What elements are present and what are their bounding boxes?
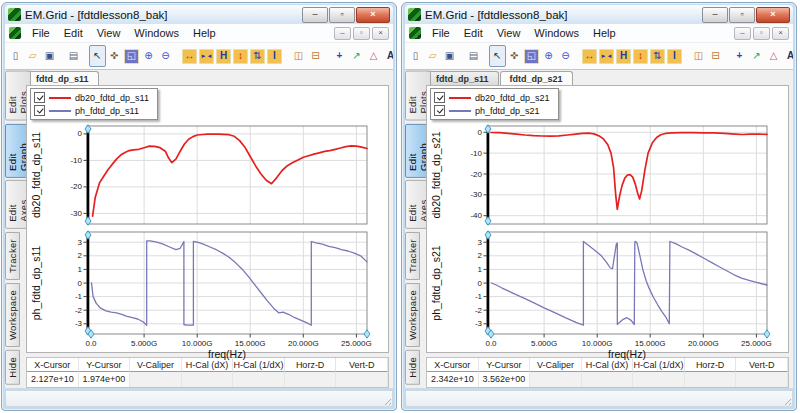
maximize-button[interactable]: ▫ <box>329 7 355 23</box>
fit-y-axis-button[interactable]: I <box>266 45 283 67</box>
delta-caliper-button[interactable]: △ <box>365 45 382 67</box>
axes-tracker-button[interactable]: ↗ <box>748 45 765 67</box>
print-button[interactable]: ▤ <box>465 45 482 67</box>
zoom-full-button[interactable]: ◱ <box>123 45 140 67</box>
legend-checkbox[interactable] <box>34 92 45 103</box>
cursor-value: 2.127e+10 <box>27 372 79 387</box>
cursor-value <box>130 372 182 387</box>
minimize-button[interactable]: – <box>702 7 728 23</box>
mdi-minimize-button[interactable]: – <box>334 27 351 40</box>
delta-caliper-icon: △ <box>767 50 780 63</box>
resize-grip-icon[interactable] <box>782 396 791 405</box>
text-annotation-button[interactable]: A <box>382 45 393 67</box>
shrink-x-axis-button[interactable]: ►◄ <box>598 45 615 67</box>
mdi-restore-button[interactable]: ▫ <box>353 27 370 40</box>
axes-tracker-button[interactable]: ↗ <box>348 45 365 67</box>
open-file-button[interactable]: ▱ <box>424 45 441 67</box>
legend-checkbox[interactable] <box>34 105 45 116</box>
sidebar-item-workspace[interactable]: Workspace <box>405 283 420 347</box>
expand-x-axis-button[interactable]: ↔ <box>181 45 198 67</box>
text-annotation-button[interactable]: A <box>782 45 793 67</box>
svg-text:-2: -2 <box>75 306 83 315</box>
menu-windows[interactable]: Windows <box>527 26 586 40</box>
zoom-out-button[interactable]: ⊖ <box>557 45 574 67</box>
menu-view[interactable]: View <box>490 26 528 40</box>
split-rows-button[interactable]: ⊟ <box>307 45 324 67</box>
menu-file[interactable]: File <box>25 26 57 40</box>
fit-y-axis-button[interactable]: I <box>666 45 683 67</box>
pan-hand-button[interactable]: ✜ <box>506 45 523 67</box>
split-columns-button[interactable]: ◫ <box>290 45 307 67</box>
resize-grip-icon[interactable] <box>382 396 391 405</box>
close-button[interactable]: × <box>756 7 790 23</box>
svg-text:db20_fdtd_dp_s21: db20_fdtd_dp_s21 <box>430 132 442 219</box>
menu-help[interactable]: Help <box>586 26 623 40</box>
chart[interactable]: 0-10-20-30db20_fdtd_dp_s113210-1-2-3ph_f… <box>27 86 391 364</box>
window-title: EM.Grid - [fdtdlesson8_bak] <box>25 9 298 21</box>
sidebar-item-workspace[interactable]: Workspace <box>5 283 20 347</box>
menu-help[interactable]: Help <box>186 26 223 40</box>
fit-x-axis-button[interactable]: H <box>215 45 232 67</box>
tab-fdtd_dp_s11[interactable]: fdtd_dp_s11 <box>26 71 99 85</box>
svg-text:-10: -10 <box>470 149 482 158</box>
expand-x-axis-button[interactable]: ↔ <box>581 45 598 67</box>
mdi-minimize-button[interactable]: – <box>734 27 751 40</box>
mdi-close-button[interactable]: × <box>772 27 789 40</box>
title-bar[interactable]: EM.Grid - [fdtdlesson8_bak] – ▫ × <box>405 5 793 24</box>
zoom-out-button[interactable]: ⊖ <box>157 45 174 67</box>
close-button[interactable]: × <box>356 7 390 23</box>
save-file-button[interactable]: ▣ <box>41 45 58 67</box>
minimize-button[interactable]: – <box>302 7 328 23</box>
split-rows-button[interactable]: ⊟ <box>707 45 724 67</box>
sidebar-item-tracker[interactable]: Tracker <box>5 232 20 280</box>
legend-checkbox[interactable] <box>434 105 445 116</box>
mdi-restore-button[interactable]: ▫ <box>753 27 770 40</box>
zoom-in-button[interactable]: ⊕ <box>540 45 557 67</box>
mdi-close-button[interactable]: × <box>372 27 389 40</box>
legend-item: db20_fdtd_dp_s21 <box>434 91 550 104</box>
delta-caliper-button[interactable]: △ <box>765 45 782 67</box>
svg-text:ph_fdtd_dp_s21: ph_fdtd_dp_s21 <box>430 245 442 320</box>
menu-windows[interactable]: Windows <box>127 26 186 40</box>
title-bar[interactable]: EM.Grid - [fdtdlesson8_bak] – ▫ × <box>5 5 393 24</box>
svg-text:freq(Hz): freq(Hz) <box>608 348 646 360</box>
expand-x-axis-icon: ↔ <box>182 49 197 64</box>
zoom-full-button[interactable]: ◱ <box>523 45 540 67</box>
menu-file[interactable]: File <box>425 26 457 40</box>
app-window: EM.Grid - [fdtdlesson8_bak] – ▫ × FileEd… <box>1 2 397 411</box>
new-file-icon: ▯ <box>9 50 22 63</box>
shrink-y-axis-button[interactable]: ⇅ <box>249 45 266 67</box>
menu-edit[interactable]: Edit <box>57 26 90 40</box>
pan-hand-button[interactable]: ✜ <box>106 45 123 67</box>
zoom-in-button[interactable]: ⊕ <box>140 45 157 67</box>
menu-view[interactable]: View <box>90 26 128 40</box>
open-file-button[interactable]: ▱ <box>24 45 41 67</box>
svg-text:0: 0 <box>478 128 483 137</box>
fit-x-axis-button[interactable]: H <box>615 45 632 67</box>
save-file-button[interactable]: ▣ <box>441 45 458 67</box>
expand-y-axis-button[interactable]: ↕ <box>232 45 249 67</box>
app-logo-icon <box>8 8 21 21</box>
sidebar-item-hide[interactable]: Hide <box>405 350 420 385</box>
shrink-x-axis-icon: ►◄ <box>199 49 214 64</box>
tab-fdtd_dp_s11[interactable]: fdtd_dp_s11 <box>426 71 499 85</box>
new-file-button[interactable]: ▯ <box>7 45 24 67</box>
tab-fdtd_dp_s21[interactable]: fdtd_dp_s21 <box>500 71 573 85</box>
legend-checkbox[interactable] <box>434 92 445 103</box>
sidebar-item-hide[interactable]: Hide <box>5 350 20 385</box>
cross-cursor-button[interactable]: + <box>731 45 748 67</box>
shrink-y-axis-button[interactable]: ⇅ <box>649 45 666 67</box>
expand-y-axis-button[interactable]: ↕ <box>632 45 649 67</box>
cross-cursor-button[interactable]: + <box>331 45 348 67</box>
maximize-button[interactable]: ▫ <box>729 7 755 23</box>
select-pointer-button[interactable]: ↖ <box>489 45 506 67</box>
split-columns-button[interactable]: ◫ <box>690 45 707 67</box>
select-pointer-button[interactable]: ↖ <box>89 45 106 67</box>
sidebar-item-tracker[interactable]: Tracker <box>405 232 420 280</box>
shrink-x-axis-button[interactable]: ►◄ <box>198 45 215 67</box>
print-button[interactable]: ▤ <box>65 45 82 67</box>
svg-text:-10: -10 <box>70 156 82 165</box>
menu-edit[interactable]: Edit <box>457 26 490 40</box>
chart[interactable]: 0-10-20-30-40db20_fdtd_dp_s213210-1-2-3p… <box>427 86 791 364</box>
new-file-button[interactable]: ▯ <box>407 45 424 67</box>
